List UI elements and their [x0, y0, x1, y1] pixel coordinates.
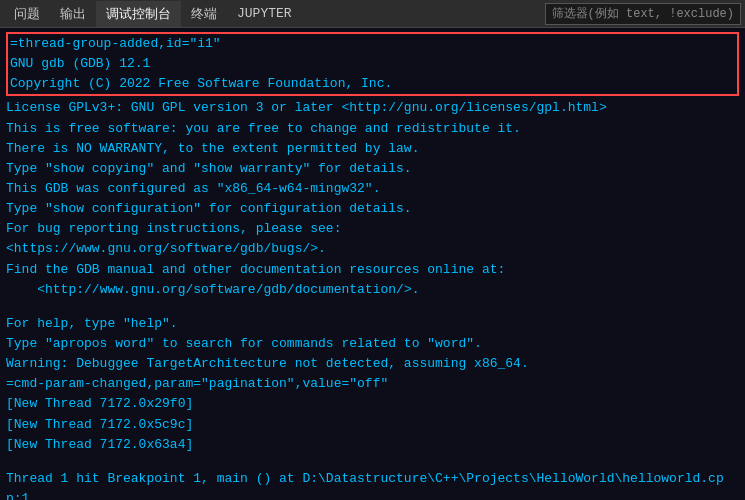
terminal-lines: License GPLv3+: GNU GPL version 3 or lat…: [6, 98, 739, 500]
menu-bar: 问题 输出 调试控制台 终端 JUPYTER 筛选器(例如 text, !exc…: [0, 0, 745, 28]
highlighted-block: =thread-group-added,id="i1" GNU gdb (GDB…: [6, 32, 739, 96]
terminal-line: [New Thread 7172.0x29f0]: [6, 394, 739, 414]
filter-placeholder: 筛选器(例如 text, !exclude): [552, 5, 734, 22]
highlight-line-2: GNU gdb (GDB) 12.1: [10, 54, 735, 74]
terminal-line: [New Thread 7172.0x63a4]: [6, 435, 739, 455]
terminal-line: There is NO WARRANTY, to the extent perm…: [6, 139, 739, 159]
terminal-line: For bug reporting instructions, please s…: [6, 219, 739, 239]
menu-item-terminal[interactable]: 终端: [181, 1, 227, 27]
terminal[interactable]: =thread-group-added,id="i1" GNU gdb (GDB…: [0, 28, 745, 500]
terminal-line: Thread 1 hit Breakpoint 1, main () at D:…: [6, 469, 739, 500]
menu-item-debug-console[interactable]: 调试控制台: [96, 1, 181, 27]
terminal-line: Type "show copying" and "show warranty" …: [6, 159, 739, 179]
terminal-line: =cmd-param-changed,param="pagination",va…: [6, 374, 739, 394]
filter-box[interactable]: 筛选器(例如 text, !exclude): [545, 3, 741, 25]
terminal-line: Type "apropos word" to search for comman…: [6, 334, 739, 354]
terminal-line: [6, 455, 739, 469]
terminal-line: Warning: Debuggee TargetArchitecture not…: [6, 354, 739, 374]
terminal-line: [6, 300, 739, 314]
terminal-line: Find the GDB manual and other documentat…: [6, 260, 739, 280]
terminal-line: <http://www.gnu.org/software/gdb/documen…: [6, 280, 739, 300]
menu-item-jupyter[interactable]: JUPYTER: [227, 2, 302, 25]
terminal-line: [New Thread 7172.0x5c9c]: [6, 415, 739, 435]
menu-item-output[interactable]: 输出: [50, 1, 96, 27]
terminal-line: For help, type "help".: [6, 314, 739, 334]
terminal-line: License GPLv3+: GNU GPL version 3 or lat…: [6, 98, 739, 118]
terminal-line: This GDB was configured as "x86_64-w64-m…: [6, 179, 739, 199]
terminal-line: This is free software: you are free to c…: [6, 119, 739, 139]
menu-item-problems[interactable]: 问题: [4, 1, 50, 27]
highlight-line-1: =thread-group-added,id="i1": [10, 34, 735, 54]
terminal-line: Type "show configuration" for configurat…: [6, 199, 739, 219]
terminal-line: <https://www.gnu.org/software/gdb/bugs/>…: [6, 239, 739, 259]
highlight-line-3: Copyright (C) 2022 Free Software Foundat…: [10, 74, 735, 94]
